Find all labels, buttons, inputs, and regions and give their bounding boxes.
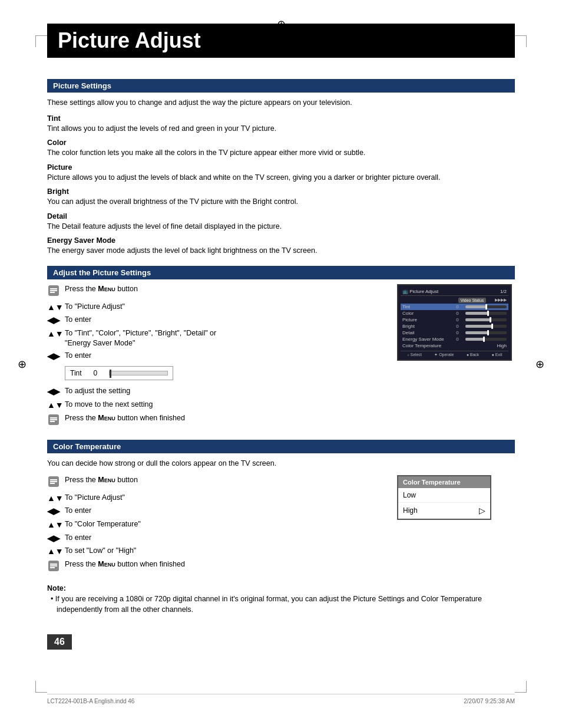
tint-box: Tint 0 [65,366,173,380]
svg-rect-1 [50,288,57,289]
ct-updown-icon-2: ▲▼ [47,519,65,531]
svg-rect-11 [50,483,55,484]
instr-row-3: ◀▶ To enter [47,315,385,327]
reg-mark-left: ⊕ [18,358,27,371]
instr-text-2: To "Picture Adjust" [65,302,385,312]
instr-text-5: To enter [65,351,385,361]
tv-screen-page: 1/2 [500,289,507,294]
ct-low-label: Low [403,491,416,499]
tv-row-color: Color 0 [401,310,508,317]
tv-row-energy: Energy Saver Mode 0 [401,336,508,342]
instr-row-6: ◀▶ To adjust the setting [47,386,385,398]
menu-icon-2 [47,413,65,429]
picture-settings-desc: These settings allow you to change and a… [47,97,515,108]
ct-instr-row-4: ▲▼ To "Color Temperature" [47,519,385,531]
color-temp-instructions: Press the Menu button ▲▼ To "Picture Adj… [47,475,385,577]
updown-icon-3: ▲▼ [47,400,65,411]
updown-icon-2: ▲▼ [47,328,65,340]
instr-row-5: ◀▶ To enter [47,351,385,363]
ct-instr-text-5: To enter [65,533,385,543]
tv-row-tint: Tint 0 [401,304,508,310]
instr-text-6: To adjust the setting [65,386,385,397]
instr-text-3: To enter [65,315,385,325]
ct-leftright-icon-1: ◀▶ [47,506,65,518]
instr-row-1: Press the Menu button [47,284,385,300]
corner-bl [35,681,47,693]
tv-color-temp-row: Color Temperature High [401,342,508,349]
bright-text: You can adjust the overall brightness of… [47,197,515,207]
menu-icon-1 [47,284,65,300]
leftright-icon-2: ◀▶ [47,351,65,363]
svg-rect-9 [50,479,57,480]
ct-menu-icon-2 [47,559,65,575]
instr-row-8: Press the Menu button when finished [47,413,385,429]
svg-rect-2 [50,290,57,291]
detail-heading: Detail [47,212,515,220]
energy-saver-text: The energy saver mode adjusts the level … [47,246,515,256]
ct-item-low: Low [398,488,490,503]
ct-instr-row-6: ▲▼ To set "Low" or "High" [47,546,385,558]
ct-instr-row-2: ▲▼ To "Picture Adjust" [47,493,385,505]
corner-br [515,681,527,693]
tint-value: 0 [94,369,98,377]
ct-menu-icon-1 [47,475,65,491]
section-picture-settings-header: Picture Settings [47,79,515,93]
section-adjust-header: Adjust the Picture Settings [47,266,515,279]
color-text: The color function lets you make all the… [47,148,515,159]
corner-tl [35,35,47,47]
tint-slider [109,371,168,375]
ct-leftright-icon-2: ◀▶ [47,533,65,545]
corner-tr [515,35,527,47]
picture-text: Picture allows you to adjust the levels … [47,173,515,183]
note-title: Note: [47,584,515,592]
ct-instr-row-1: Press the Menu button [47,475,385,491]
ct-instr-row-7: Press the Menu button when finished [47,559,385,575]
adjust-instructions: Press the Menu button ▲▼ To "Picture Adj… [47,284,385,431]
adjust-two-col: Press the Menu button ▲▼ To "Picture Adj… [47,284,515,431]
page-number-container: 46 [47,625,515,650]
instr-row-4: ▲▼ To "Tint", "Color", "Picture", "Brigh… [47,328,385,349]
tv-footer: ⬦ Select ✦ Operate ● Back ● Exit [401,351,508,357]
ct-updown-icon-3: ▲▼ [47,546,65,558]
picture-settings-items: Tint Tint allows you to adjust the level… [47,114,515,256]
updown-icon-1: ▲▼ [47,302,65,314]
footer: LCT2224-001B-A English.indd 46 2/20/07 9… [47,694,515,704]
ct-instr-text-3: To enter [65,506,385,516]
ct-high-arrow: ▷ [479,506,485,515]
leftright-icon-3: ◀▶ [47,386,65,398]
tint-slider-marker [110,370,111,378]
svg-rect-5 [50,417,57,419]
ct-high-label: High [403,506,418,515]
instr-row-7: ▲▼ To move to the next setting [47,400,385,411]
instr-row-2: ▲▼ To "Picture Adjust" [47,302,385,314]
ct-updown-icon-1: ▲▼ [47,493,65,505]
page-number: 46 [47,634,72,650]
detail-text: The Detail feature adjusts the level of … [47,222,515,232]
svg-rect-7 [50,421,55,422]
instr-text-8: Press the Menu button when finished [65,413,385,424]
ct-instr-text-7: Press the Menu button when finished [65,559,385,570]
reg-mark-right: ⊕ [535,358,544,371]
note-bullet-1: • If you are receiving a 1080i or 720p d… [47,594,515,616]
ct-instr-text-2: To "Picture Adjust" [65,493,385,503]
tv-row-detail: Detail 0 [401,330,508,336]
color-temp-popup-col: Color Temperature Low High ▷ [397,475,515,520]
tv-row-picture: Picture 0 [401,317,508,323]
leftright-icon-1: ◀▶ [47,315,65,327]
color-temp-desc: You can decide how strong or dull the co… [47,458,515,469]
ct-instr-text-1: Press the Menu button [65,475,385,486]
picture-heading: Picture [47,163,515,172]
svg-rect-3 [50,292,55,293]
note-section: Note: • If you are receiving a 1080i or … [47,584,515,616]
section-color-temp-header: Color Temperature [47,440,515,453]
svg-rect-13 [50,564,57,565]
tv-screen-adjust: 📺 Picture Adjust 1/2 Video Status ▶▶▶▶ T… [397,284,515,361]
color-temp-popup: Color Temperature Low High ▷ [397,475,491,520]
ct-instr-text-6: To set "Low" or "High" [65,546,385,556]
footer-left: LCT2224-001B-A English.indd 46 [47,698,134,704]
tint-label: Tint [70,369,82,377]
tv-video-status: Video Status ▶▶▶▶ [401,297,508,304]
svg-rect-10 [50,481,57,482]
color-temp-two-col: Press the Menu button ▲▼ To "Picture Adj… [47,475,515,577]
tv-screen-title: 📺 Picture Adjust [402,289,438,294]
